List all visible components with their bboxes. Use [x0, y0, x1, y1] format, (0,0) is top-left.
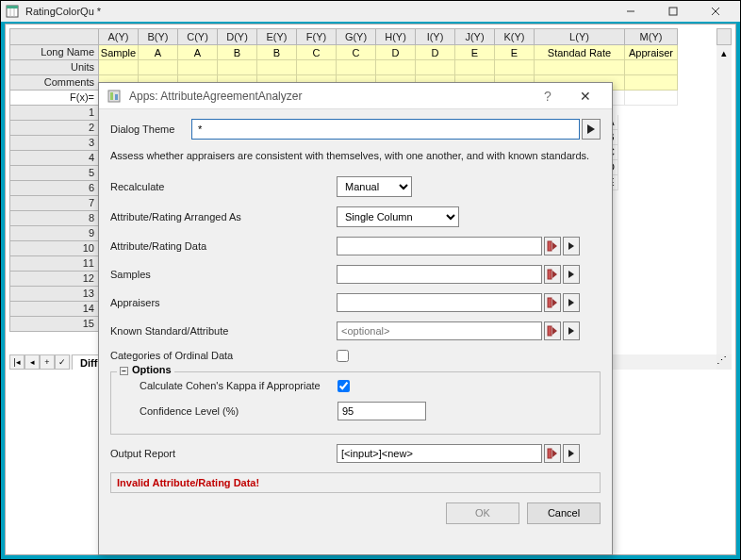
known-standard-input[interactable]	[337, 321, 542, 340]
row-label-fx[interactable]: F(x)=	[9, 91, 99, 106]
row-label-comments[interactable]: Comments	[9, 75, 99, 91]
collapse-icon[interactable]: −	[120, 367, 128, 375]
ok-button[interactable]: OK	[446, 502, 519, 524]
cell-longname[interactable]: D	[416, 45, 455, 60]
output-report-input[interactable]	[337, 444, 542, 463]
row-num[interactable]: 15	[9, 317, 99, 332]
col-header[interactable]: H(Y)	[376, 28, 416, 45]
row-label-longname[interactable]: Long Name	[9, 45, 99, 60]
rating-data-input[interactable]	[337, 237, 542, 255]
svg-rect-1	[7, 6, 18, 8]
svg-rect-18	[548, 326, 552, 336]
col-header[interactable]: E(Y)	[257, 28, 297, 45]
sheet-nav-last[interactable]: ✓	[55, 354, 70, 370]
row-num[interactable]: 14	[9, 302, 99, 317]
attribute-agreement-dialog: Apps: AttributeAgreementAnalyzer ? ✕ Dia…	[98, 82, 613, 555]
range-menu-button[interactable]	[563, 265, 580, 284]
cohens-checkbox[interactable]	[338, 380, 350, 392]
maximize-button[interactable]	[651, 2, 694, 21]
row-num[interactable]: 12	[9, 272, 99, 287]
cancel-button[interactable]: Cancel	[527, 502, 601, 524]
row-num[interactable]: 10	[9, 241, 99, 256]
dialog-help-button[interactable]: ?	[529, 89, 567, 104]
row-num[interactable]: 13	[9, 287, 99, 302]
row-num[interactable]: 3	[9, 136, 99, 151]
column-picker-button[interactable]	[544, 321, 561, 340]
row-num[interactable]: 6	[9, 181, 99, 196]
row-num[interactable]: 8	[9, 211, 99, 226]
col-header[interactable]: J(Y)	[455, 28, 495, 45]
range-menu-button[interactable]	[563, 321, 580, 340]
cell-longname[interactable]: Sample	[99, 45, 139, 60]
row-num[interactable]: 2	[9, 121, 99, 136]
output-report-label: Output Report	[110, 448, 337, 459]
col-header[interactable]: L(Y)	[535, 28, 625, 45]
column-headers: A(Y) B(Y) C(Y) D(Y) E(Y) F(Y) G(Y) H(Y) …	[99, 28, 716, 45]
cell-longname[interactable]: A	[178, 45, 218, 60]
dialog-theme-input[interactable]: *	[191, 119, 580, 140]
col-header[interactable]: D(Y)	[218, 28, 257, 45]
dialog-titlebar[interactable]: Apps: AttributeAgreementAnalyzer ? ✕	[99, 83, 612, 109]
recalculate-select[interactable]: Manual	[337, 176, 412, 197]
svg-marker-21	[568, 450, 574, 457]
scroll-up-icon[interactable]: ▴	[716, 45, 732, 60]
dialog-title: Apps: AttributeAgreementAnalyzer	[129, 90, 529, 103]
col-header[interactable]: A(Y)	[99, 28, 139, 45]
range-menu-button[interactable]	[563, 444, 580, 463]
dialog-close-button[interactable]: ✕	[567, 89, 604, 104]
recalculate-label: Recalculate	[110, 181, 337, 192]
col-header[interactable]: C(Y)	[178, 28, 218, 45]
sheet-nav-prev[interactable]: ◂	[25, 354, 40, 370]
range-menu-button[interactable]	[563, 237, 580, 255]
cell-longname[interactable]: C	[297, 45, 337, 60]
categories-checkbox[interactable]	[337, 350, 349, 362]
col-header[interactable]: B(Y)	[139, 28, 178, 45]
svg-rect-16	[548, 298, 552, 307]
cell-longname[interactable]: B	[218, 45, 257, 60]
cell-longname[interactable]: Appraiser	[625, 45, 678, 60]
cell-longname[interactable]: E	[495, 45, 535, 60]
column-picker-button[interactable]	[544, 265, 561, 284]
workbook-icon	[5, 4, 20, 19]
svg-rect-5	[669, 8, 677, 15]
corner-cell[interactable]	[9, 28, 99, 45]
row-num[interactable]: 4	[9, 151, 99, 166]
theme-menu-button[interactable]	[582, 119, 601, 140]
window-title: RatingColorQu *	[25, 6, 609, 17]
cell-longname[interactable]: A	[139, 45, 178, 60]
column-picker-button[interactable]	[544, 293, 561, 312]
col-header[interactable]: K(Y)	[495, 28, 535, 45]
column-picker-button[interactable]	[544, 444, 561, 463]
row-num[interactable]: 1	[9, 106, 99, 121]
confidence-input[interactable]	[338, 402, 426, 420]
row-label-units[interactable]: Units	[9, 60, 99, 75]
resize-grip[interactable]: ⋰	[716, 354, 732, 370]
cell-longname[interactable]: D	[376, 45, 416, 60]
sheet-nav-next[interactable]: +	[40, 354, 55, 370]
column-picker-button[interactable]	[544, 237, 561, 255]
cell-longname[interactable]: Standad Rate	[535, 45, 625, 60]
vertical-scrollbar[interactable]: ▴	[716, 45, 732, 354]
arranged-select[interactable]: Single Column	[337, 206, 459, 227]
col-header[interactable]: G(Y)	[337, 28, 376, 45]
close-button[interactable]	[694, 2, 736, 21]
cell-longname[interactable]: E	[455, 45, 495, 60]
samples-label: Samples	[110, 269, 337, 280]
samples-input[interactable]	[337, 265, 542, 284]
appraisers-input[interactable]	[337, 293, 542, 312]
col-header[interactable]: M(Y)	[625, 28, 678, 45]
cell-longname[interactable]: B	[257, 45, 297, 60]
row-num[interactable]: 11	[9, 256, 99, 272]
svg-marker-17	[568, 299, 574, 306]
sheet-nav-first[interactable]: |◂	[9, 354, 25, 370]
col-header[interactable]: I(Y)	[416, 28, 455, 45]
range-menu-button[interactable]	[563, 293, 580, 312]
col-header[interactable]: F(Y)	[297, 28, 337, 45]
row-num[interactable]: 9	[9, 226, 99, 241]
cohens-label: Calculate Cohen's Kappa if Appropriate	[119, 380, 338, 391]
row-num[interactable]: 7	[9, 196, 99, 211]
known-standard-label: Known Standard/Attribute	[110, 325, 337, 337]
row-num[interactable]: 5	[9, 166, 99, 181]
cell-longname[interactable]: C	[337, 45, 376, 60]
minimize-button[interactable]	[609, 2, 651, 21]
